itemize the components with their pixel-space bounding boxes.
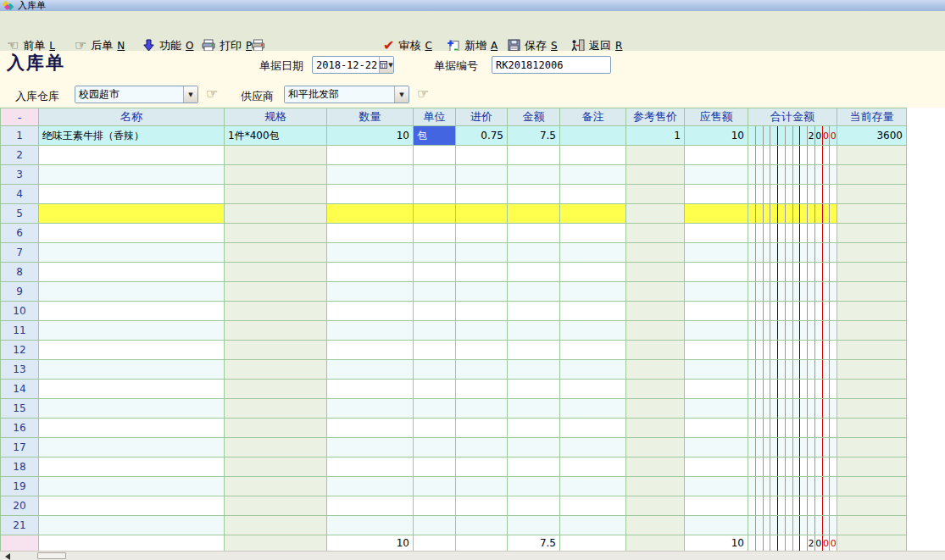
table-cell[interactable]: 2000 bbox=[748, 126, 837, 146]
table-cell[interactable] bbox=[837, 341, 907, 360]
table-cell[interactable] bbox=[748, 263, 837, 282]
table-cell[interactable] bbox=[39, 263, 225, 282]
row-number[interactable]: 12 bbox=[1, 341, 39, 360]
table-cell[interactable] bbox=[560, 321, 626, 341]
table-cell[interactable]: 0.75 bbox=[456, 126, 508, 146]
table-cell[interactable] bbox=[225, 204, 327, 224]
table-cell[interactable] bbox=[456, 321, 508, 341]
table-cell[interactable] bbox=[327, 477, 414, 496]
table-cell[interactable] bbox=[626, 438, 685, 457]
column-header-参考售价[interactable]: 参考售价 bbox=[626, 108, 685, 126]
table-cell[interactable] bbox=[626, 282, 685, 302]
table-cell[interactable] bbox=[748, 204, 837, 224]
table-cell[interactable] bbox=[508, 380, 560, 399]
table-cell[interactable] bbox=[626, 243, 685, 263]
table-cell[interactable] bbox=[414, 224, 456, 243]
table-cell[interactable] bbox=[327, 146, 414, 165]
table-cell[interactable] bbox=[327, 360, 414, 380]
table-cell[interactable]: 10 bbox=[685, 126, 748, 146]
table-cell[interactable] bbox=[560, 341, 626, 360]
table-cell[interactable] bbox=[748, 457, 837, 477]
table-cell[interactable] bbox=[414, 516, 456, 535]
table-cell[interactable] bbox=[414, 399, 456, 419]
row-number[interactable]: 15 bbox=[1, 399, 39, 419]
table-cell[interactable] bbox=[508, 204, 560, 224]
table-cell[interactable] bbox=[508, 243, 560, 263]
supplier-dropdown-button[interactable]: ▼ bbox=[394, 86, 409, 103]
table-cell[interactable] bbox=[414, 380, 456, 399]
table-cell[interactable] bbox=[39, 243, 225, 263]
table-cell[interactable] bbox=[508, 419, 560, 438]
table-cell[interactable] bbox=[327, 380, 414, 399]
table-cell[interactable] bbox=[225, 380, 327, 399]
table-cell[interactable] bbox=[456, 165, 508, 185]
table-cell[interactable] bbox=[748, 243, 837, 263]
row-number[interactable]: 18 bbox=[1, 457, 39, 477]
table-cell[interactable]: 10 bbox=[327, 126, 414, 146]
table-cell[interactable] bbox=[39, 380, 225, 399]
date-field[interactable]: 2018-12-22 ▼ bbox=[312, 56, 394, 74]
table-cell[interactable] bbox=[225, 243, 327, 263]
column-header-规格[interactable]: 规格 bbox=[225, 108, 327, 126]
table-cell[interactable] bbox=[685, 516, 748, 535]
table-cell[interactable] bbox=[225, 438, 327, 457]
table-cell[interactable] bbox=[414, 243, 456, 263]
table-cell[interactable]: 7.5 bbox=[508, 126, 560, 146]
window-titlebar[interactable]: 入库单 bbox=[0, 0, 945, 11]
table-cell[interactable] bbox=[456, 399, 508, 419]
number-input[interactable]: RK201812006 bbox=[492, 56, 611, 74]
table-cell[interactable] bbox=[560, 360, 626, 380]
table-cell[interactable] bbox=[456, 224, 508, 243]
table-cell[interactable] bbox=[508, 399, 560, 419]
row-number[interactable]: 3 bbox=[1, 165, 39, 185]
table-cell[interactable] bbox=[626, 146, 685, 165]
table-cell[interactable] bbox=[626, 457, 685, 477]
table-cell[interactable] bbox=[456, 438, 508, 457]
column-header-名称[interactable]: 名称 bbox=[39, 108, 225, 126]
horizontal-scrollbar[interactable] bbox=[0, 551, 945, 560]
table-cell[interactable] bbox=[327, 438, 414, 457]
table-cell[interactable] bbox=[560, 282, 626, 302]
table-cell[interactable] bbox=[508, 263, 560, 282]
table-cell[interactable] bbox=[748, 146, 837, 165]
table-cell[interactable] bbox=[560, 126, 626, 146]
table-cell[interactable] bbox=[560, 204, 626, 224]
row-number[interactable]: 21 bbox=[1, 516, 39, 535]
table-cell[interactable] bbox=[327, 399, 414, 419]
table-cell[interactable] bbox=[560, 185, 626, 204]
table-cell[interactable] bbox=[327, 165, 414, 185]
table-cell[interactable] bbox=[685, 380, 748, 399]
table-cell[interactable] bbox=[748, 399, 837, 419]
selected-cell[interactable]: 包 bbox=[414, 126, 456, 146]
table-cell[interactable] bbox=[39, 321, 225, 341]
table-cell[interactable] bbox=[456, 185, 508, 204]
table-cell[interactable] bbox=[414, 457, 456, 477]
table-cell[interactable] bbox=[685, 457, 748, 477]
table-cell[interactable] bbox=[414, 496, 456, 516]
table-cell[interactable] bbox=[685, 438, 748, 457]
column-header-select[interactable]: - bbox=[1, 108, 39, 126]
table-cell[interactable] bbox=[560, 263, 626, 282]
table-cell[interactable] bbox=[456, 263, 508, 282]
table-cell[interactable] bbox=[748, 185, 837, 204]
table-cell[interactable] bbox=[685, 263, 748, 282]
table-cell[interactable] bbox=[560, 165, 626, 185]
table-cell[interactable] bbox=[560, 380, 626, 399]
table-cell[interactable] bbox=[225, 185, 327, 204]
table-cell[interactable] bbox=[225, 457, 327, 477]
table-cell[interactable] bbox=[685, 165, 748, 185]
table-cell[interactable] bbox=[685, 399, 748, 419]
table-cell[interactable] bbox=[225, 341, 327, 360]
table-cell[interactable] bbox=[626, 419, 685, 438]
table-cell[interactable] bbox=[414, 185, 456, 204]
table-cell[interactable] bbox=[560, 243, 626, 263]
table-cell[interactable] bbox=[560, 438, 626, 457]
table-cell[interactable] bbox=[508, 477, 560, 496]
scrollbar-thumb[interactable] bbox=[37, 552, 66, 559]
table-cell[interactable] bbox=[225, 496, 327, 516]
row-number[interactable]: 1 bbox=[1, 126, 39, 146]
table-cell[interactable] bbox=[837, 185, 907, 204]
table-cell[interactable] bbox=[626, 341, 685, 360]
table-cell[interactable] bbox=[327, 302, 414, 321]
table-cell[interactable] bbox=[225, 165, 327, 185]
